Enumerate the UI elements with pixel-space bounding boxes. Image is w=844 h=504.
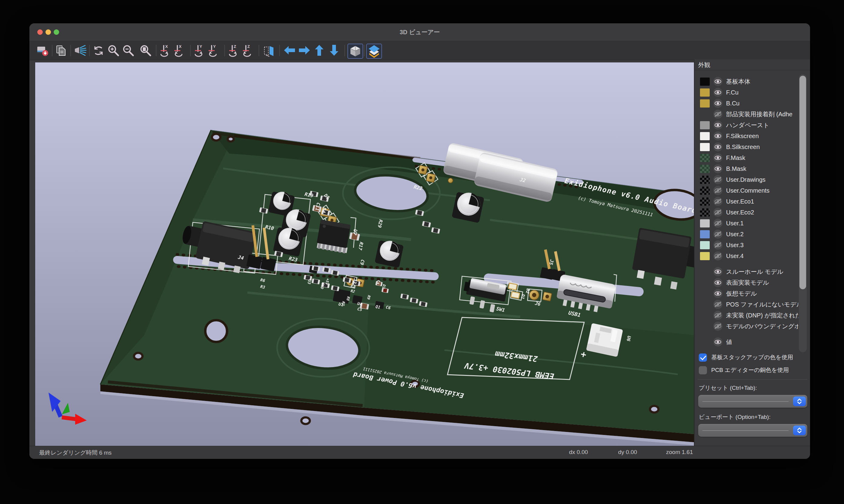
layer-row-user4[interactable]: User.4	[700, 251, 804, 261]
layer-row-user-comments[interactable]: User.Comments	[700, 185, 804, 196]
model-row-dnp[interactable]: 未実装 (DNP) が指定された	[700, 310, 804, 321]
visibility-eye-icon[interactable]	[713, 197, 722, 206]
desktop: 3D ビューアー X X	[0, 0, 844, 504]
refresh-view-button[interactable]	[91, 43, 106, 57]
layer-color-swatch[interactable]	[700, 143, 710, 151]
layer-row-bcu[interactable]: B.Cu	[700, 98, 804, 108]
use-stackup-colors-row[interactable]: 基板スタックアップの色を使用	[699, 352, 808, 363]
layer-color-swatch[interactable]	[700, 121, 710, 129]
layer-row-user2[interactable]: User.2	[700, 229, 804, 239]
layer-color-swatch[interactable]	[700, 110, 710, 119]
use-pcb-editor-copper-checkbox[interactable]	[699, 366, 707, 374]
visibility-eye-icon[interactable]	[713, 142, 722, 151]
stepper-chevrons-icon[interactable]	[793, 426, 806, 435]
pan-down-button[interactable]	[327, 43, 341, 57]
visibility-eye-icon[interactable]	[713, 300, 722, 309]
visibility-eye-icon[interactable]	[713, 131, 722, 141]
rotate-z-cw-button[interactable]: Z	[227, 43, 242, 57]
layer-row-board-body[interactable]: 基板本体	[700, 76, 804, 87]
visibility-eye-icon[interactable]	[713, 311, 722, 320]
rotate-x-ccw-icon: X	[173, 44, 187, 57]
visibility-eye-icon[interactable]	[713, 337, 722, 346]
layer-color-swatch[interactable]	[700, 252, 710, 260]
visibility-eye-icon[interactable]	[713, 278, 722, 287]
model-row-smd[interactable]: 表面実装モデル	[700, 277, 804, 288]
visibility-eye-icon[interactable]	[713, 230, 722, 239]
visibility-eye-icon[interactable]	[713, 153, 722, 162]
rotate-x-cw-button[interactable]: X	[159, 43, 173, 57]
layer-row-user-eco1[interactable]: User.Eco1	[700, 196, 804, 206]
layer-row-user-eco2[interactable]: User.Eco2	[700, 207, 804, 217]
visibility-eye-icon[interactable]	[713, 251, 722, 260]
visibility-eye-icon[interactable]	[713, 88, 722, 97]
layer-color-swatch[interactable]	[700, 165, 710, 173]
model-row-virtual[interactable]: 仮想モデル	[700, 288, 804, 299]
layer-row-adhesive[interactable]: 部品実装用接着剤 (Adhe	[700, 109, 804, 119]
copy-image-button[interactable]	[54, 43, 68, 57]
preset-select[interactable]	[698, 395, 807, 408]
visibility-eye-icon[interactable]	[713, 77, 722, 86]
layer-row-user1[interactable]: User.1	[700, 218, 804, 228]
zoom-fit-button[interactable]	[138, 43, 153, 57]
visibility-eye-icon[interactable]	[713, 240, 722, 250]
viewport-select[interactable]	[698, 424, 807, 437]
layer-row-bmask[interactable]: B.Mask	[700, 164, 804, 174]
appearance-layers-button[interactable]	[366, 43, 382, 59]
layer-color-swatch[interactable]	[700, 209, 710, 217]
layer-color-swatch[interactable]	[700, 100, 710, 108]
layer-row-user3[interactable]: User.3	[700, 240, 804, 250]
visibility-eye-icon[interactable]	[713, 164, 722, 173]
rotate-y-ccw-button[interactable]: Y	[207, 43, 221, 57]
visibility-eye-icon[interactable]	[713, 121, 722, 130]
layer-color-swatch[interactable]	[700, 241, 710, 249]
layer-color-swatch[interactable]	[700, 186, 710, 195]
rotate-z-ccw-button[interactable]: Z	[241, 43, 256, 57]
visibility-eye-icon[interactable]	[713, 175, 722, 184]
model-row-bounding-box[interactable]: モデルのバウンディングボ	[700, 321, 804, 331]
use-stackup-colors-checkbox[interactable]	[699, 354, 707, 362]
layer-color-swatch[interactable]	[700, 219, 710, 228]
stepper-chevrons-icon[interactable]	[793, 396, 806, 406]
rotate-x-cw-icon: X	[159, 44, 173, 57]
layer-row-bsilkscreen[interactable]: B.Silkscreen	[700, 142, 804, 152]
visibility-eye-icon[interactable]	[713, 186, 722, 195]
3d-viewport[interactable]: Exidiophone v6.0 Audio Board (c) Tomoya …	[35, 62, 694, 447]
value-row[interactable]: 値	[700, 337, 804, 347]
reload-board-button[interactable]	[35, 43, 50, 57]
scrollbar-thumb[interactable]	[799, 76, 806, 289]
render-options-button[interactable]	[72, 43, 87, 57]
layer-row-user-drawings[interactable]: User.Drawings	[700, 175, 804, 185]
visibility-eye-icon[interactable]	[713, 267, 722, 276]
layer-color-swatch[interactable]	[700, 176, 710, 184]
visibility-eye-icon[interactable]	[713, 289, 722, 298]
model-row-through-hole[interactable]: スルーホール モデル	[700, 267, 804, 277]
model-row-not-in-pos[interactable]: POS ファイルにないモデル	[700, 299, 804, 309]
layer-row-solder-paste[interactable]: ハンダペースト	[700, 120, 804, 130]
layer-row-fsilkscreen[interactable]: F.Silkscreen	[700, 131, 804, 141]
layer-row-fcu[interactable]: F.Cu	[700, 87, 804, 97]
visibility-eye-icon[interactable]	[713, 322, 722, 331]
rotate-y-cw-button[interactable]: Y	[193, 43, 208, 57]
rotate-x-ccw-button[interactable]: X	[172, 43, 187, 57]
visibility-eye-icon[interactable]	[713, 99, 722, 108]
layer-color-swatch[interactable]	[700, 77, 710, 86]
use-pcb-editor-copper-row[interactable]: PCB エディターの銅色を使用	[699, 365, 808, 375]
layer-color-swatch[interactable]	[700, 197, 710, 206]
layer-color-swatch[interactable]	[700, 154, 710, 162]
pan-left-button[interactable]	[282, 43, 297, 57]
visibility-eye-icon[interactable]	[713, 219, 722, 228]
visibility-eye-icon[interactable]	[713, 208, 722, 217]
layer-row-fmask[interactable]: F.Mask	[700, 152, 804, 163]
zoom-in-button[interactable]	[106, 43, 121, 57]
flip-board-button[interactable]	[262, 43, 276, 57]
visibility-eye-icon[interactable]	[713, 110, 722, 119]
scrollbar[interactable]	[799, 74, 807, 352]
pan-left-icon	[283, 44, 296, 57]
pan-up-button[interactable]	[312, 43, 327, 57]
layer-color-swatch[interactable]	[700, 132, 710, 140]
pan-right-button[interactable]	[297, 43, 312, 57]
layer-color-swatch[interactable]	[700, 88, 710, 96]
layer-color-swatch[interactable]	[700, 230, 710, 238]
orthographic-projection-button[interactable]	[347, 43, 363, 59]
zoom-out-button[interactable]	[121, 43, 136, 57]
